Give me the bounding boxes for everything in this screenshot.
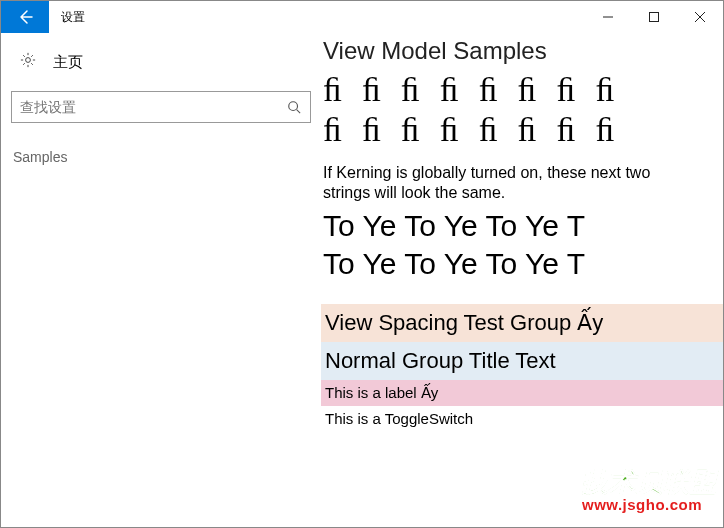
ligature-row-1: ﬁ ﬁ ﬁ ﬁ ﬁ ﬁ ﬁ ﬁ — [321, 71, 723, 109]
ligature-glyph: ﬁ — [362, 71, 383, 109]
nav-home-label: 主页 — [53, 53, 83, 72]
maximize-button[interactable] — [631, 1, 677, 33]
kerning-sample-1: To Ye To Ye To Ye T — [321, 207, 723, 245]
ligature-row-2: ﬁ ﬁ ﬁ ﬁ ﬁ ﬁ ﬁ ﬁ — [321, 111, 723, 149]
svg-rect-0 — [650, 13, 659, 22]
ligature-glyph: ﬁ — [595, 111, 616, 149]
kerning-note: If Kerning is globally turned on, these … — [321, 163, 681, 203]
body-area: 主页 Samples View Model Samples ﬁ ﬁ ﬁ ﬁ ﬁ … — [1, 33, 723, 527]
close-button[interactable] — [677, 1, 723, 33]
maximize-icon — [649, 12, 659, 22]
window-title: 设置 — [49, 1, 585, 33]
kerning-sample-2: To Ye To Ye To Ye T — [321, 245, 723, 283]
spacing-test-group-title: View Spacing Test Group Ấy — [321, 304, 723, 342]
ligature-glyph: ﬁ — [323, 71, 344, 109]
ligature-glyph: ﬁ — [323, 111, 344, 149]
page-title: View Model Samples — [321, 37, 723, 65]
ligature-glyph: ﬁ — [479, 111, 500, 149]
sample-label: This is a label Ấy — [321, 380, 723, 406]
ligature-glyph: ﬁ — [479, 71, 500, 109]
content-pane: View Model Samples ﬁ ﬁ ﬁ ﬁ ﬁ ﬁ ﬁ ﬁ ﬁ ﬁ ﬁ… — [321, 33, 723, 527]
ligature-glyph: ﬁ — [595, 71, 616, 109]
ligature-glyph: ﬁ — [518, 71, 539, 109]
svg-point-1 — [26, 58, 31, 63]
nav-sidebar: 主页 Samples — [1, 33, 321, 527]
nav-home[interactable]: 主页 — [11, 45, 311, 87]
ligature-glyph: ﬁ — [401, 71, 422, 109]
ligature-glyph: ﬁ — [557, 71, 578, 109]
minimize-button[interactable] — [585, 1, 631, 33]
normal-group-title: Normal Group Title Text — [321, 342, 723, 380]
sidebar-item-samples[interactable]: Samples — [11, 143, 311, 171]
window-controls — [585, 1, 723, 33]
ligature-glyph: ﬁ — [440, 111, 461, 149]
ligature-glyph: ﬁ — [518, 111, 539, 149]
sample-toggleswitch[interactable]: This is a ToggleSwitch — [321, 406, 723, 431]
back-button[interactable] — [1, 1, 49, 33]
ligature-glyph: ﬁ — [557, 111, 578, 149]
arrow-left-icon — [17, 9, 33, 25]
ligature-glyph: ﬁ — [401, 111, 422, 149]
svg-point-2 — [289, 102, 298, 111]
ligature-glyph: ﬁ — [440, 71, 461, 109]
close-icon — [695, 12, 705, 22]
minimize-icon — [603, 12, 613, 22]
search-input[interactable] — [12, 99, 278, 115]
gear-icon — [19, 51, 37, 73]
ligature-glyph: ﬁ — [362, 111, 383, 149]
titlebar: 设置 — [1, 1, 723, 33]
search-icon[interactable] — [278, 100, 310, 114]
search-box[interactable] — [11, 91, 311, 123]
